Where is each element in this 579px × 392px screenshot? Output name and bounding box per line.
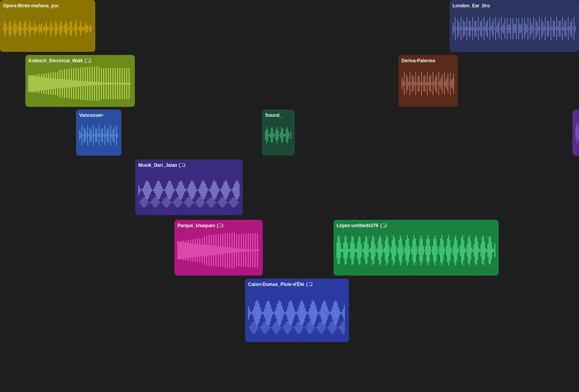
sound-card-kubisch[interactable]: Kubisch_Electrical_Walk xyxy=(25,55,135,107)
waveform-calon-dumas xyxy=(248,289,346,337)
card-title-sound: Sound_ xyxy=(265,113,292,118)
card-title-lopez-untitled: López-untitled#276 xyxy=(337,223,496,228)
card-title-text-sound: Sound_ xyxy=(265,113,282,118)
waveform-parque-usaquen xyxy=(178,230,260,271)
card-title-deriva-palermo: Deriva-Palermo xyxy=(401,58,455,63)
waveform-sound xyxy=(265,120,292,151)
card-title-text-lopez-untitled: López-untitled#276 xyxy=(337,223,378,228)
waveform-deriva-palermo xyxy=(401,65,455,102)
sound-card-calon-dumas[interactable]: Calon-Dumas_Pluie-d'Été xyxy=(245,279,349,342)
loop-icon-kubisch xyxy=(85,59,91,63)
card-title-musik-dari-jalan: Musik_Dari_Jalan xyxy=(138,163,240,168)
sound-card-vancouver[interactable]: Vancouver- xyxy=(76,110,121,156)
sound-card-musik-dari-jalan[interactable]: Musik_Dari_Jalan xyxy=(135,159,243,215)
card-title-text-london-ear: London_Ear_Dro xyxy=(453,3,490,8)
card-title-text-deriva-palermo: Deriva-Palermo xyxy=(401,58,435,63)
card-title-london-ear: London_Ear_Dro xyxy=(453,3,576,8)
card-title-text-kubisch: Kubisch_Electrical_Walk xyxy=(28,58,83,63)
sound-card-parque-usaquen[interactable]: Parque_Usaquen xyxy=(174,220,263,276)
card-title-text-opera-birds: Opera-Birds-mañana_por xyxy=(3,3,59,8)
sound-card-sound[interactable]: Sound_ xyxy=(262,110,295,156)
card-title-text-vancouver: Vancouver- xyxy=(79,113,104,118)
waveform-partial-purple xyxy=(576,113,579,153)
waveform-opera-birds xyxy=(3,10,92,47)
loop-icon-lopez-untitled xyxy=(380,224,387,228)
card-title-parque-usaquen: Parque_Usaquen xyxy=(178,223,260,228)
sound-card-opera-birds[interactable]: Opera-Birds-mañana_por xyxy=(0,0,95,52)
card-title-text-parque-usaquen: Parque_Usaquen xyxy=(178,223,215,228)
waveform-musik-dari-jalan xyxy=(138,169,240,211)
sound-card-partial-purple[interactable] xyxy=(572,110,579,156)
card-title-text-calon-dumas: Calon-Dumas_Pluie-d'Été xyxy=(248,282,304,287)
card-title-text-musik-dari-jalan: Musik_Dari_Jalan xyxy=(138,163,177,168)
card-title-opera-birds: Opera-Birds-mañana_por xyxy=(3,3,92,8)
waveform-lopez-untitled xyxy=(337,230,496,271)
sound-card-deriva-palermo[interactable]: Deriva-Palermo xyxy=(398,55,458,107)
waveform-kubisch xyxy=(28,65,132,102)
card-title-kubisch: Kubisch_Electrical_Walk xyxy=(28,58,132,63)
sound-card-lopez-untitled[interactable]: López-untitled#276 xyxy=(333,220,499,276)
card-title-calon-dumas: Calon-Dumas_Pluie-d'Été xyxy=(248,282,346,287)
loop-icon-musik-dari-jalan xyxy=(179,163,185,168)
sound-card-london-ear[interactable]: London_Ear_Dro xyxy=(450,0,579,52)
loop-icon-parque-usaquen xyxy=(217,224,223,228)
card-title-vancouver: Vancouver- xyxy=(79,113,118,118)
loop-icon-calon-dumas xyxy=(306,282,312,287)
waveform-vancouver xyxy=(79,120,118,151)
waveform-london-ear xyxy=(453,10,576,47)
